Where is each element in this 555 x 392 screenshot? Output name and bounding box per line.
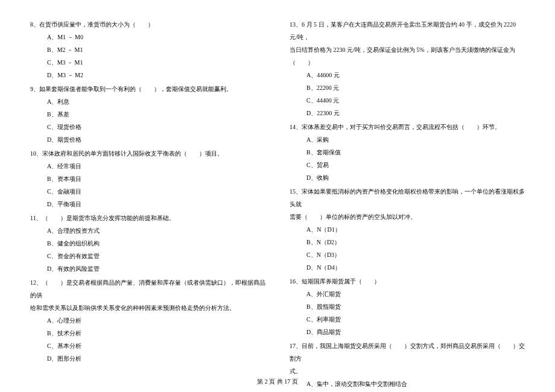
question-text-line1: 15、宋体如果要抵消标的内资产价格变化给期权价格带来的影响，一个单位的看涨期权多… — [290, 185, 525, 210]
option-d: D、22300 元 — [290, 107, 525, 119]
question-text: 10、宋体政府和居民的单方面转移计入国际收支平衡表的（ ）项目。 — [30, 147, 265, 160]
option-a: A、M1 － M0 — [30, 31, 265, 43]
option-b: B、22200 元 — [290, 81, 525, 94]
question-16: 16、短期国库券期货属于（ ） A、外汇期货 B、股指期货 C、利率期货 D、商… — [290, 275, 525, 338]
option-c: C、利率期货 — [290, 313, 525, 326]
question-text-line1: 13、6 月 5 日，某客户在大连商品交易所开仓卖出玉米期货合约 40 手，成交… — [290, 18, 525, 43]
question-text-line1: 17、目前，我国上海期货交易所采用（ ）交割方式，郑州商品交易所采用（ ）交割方 — [290, 340, 525, 365]
right-column: 13、6 月 5 日，某客户在大连商品交易所开仓卖出玉米期货合约 40 手，成交… — [290, 18, 525, 374]
option-c: C、M3 － M1 — [30, 56, 265, 69]
option-a: A、经常项目 — [30, 160, 265, 172]
option-b: B、N（D2） — [290, 236, 525, 248]
option-a: A、采购 — [290, 133, 525, 146]
option-b: B、M2 － M1 — [30, 43, 265, 56]
question-text: 8、在货币供应量中，准货币的大小为（ ） — [30, 18, 265, 31]
question-8: 8、在货币供应量中，准货币的大小为（ ） A、M1 － M0 B、M2 － M1… — [30, 18, 265, 81]
question-11: 11、（ ）是期货市场充分发挥功能的前提和基础。 A、合理的投资方式 B、健全的… — [30, 212, 265, 275]
option-d: D、商品期货 — [290, 326, 525, 338]
page-footer: 第 2 页 共 17 页 — [0, 378, 555, 386]
option-c: C、资金的有效监管 — [30, 250, 265, 262]
option-b: B、股指期货 — [290, 300, 525, 313]
option-a: A、外汇期货 — [290, 288, 525, 300]
option-a: A、44600 元 — [290, 69, 525, 81]
option-c: C、贸易 — [290, 159, 525, 171]
option-c: C、N（D3） — [290, 248, 525, 261]
option-a: A、N（D1） — [290, 223, 525, 236]
question-15: 15、宋体如果要抵消标的内资产价格变化给期权价格带来的影响，一个单位的看涨期权多… — [290, 185, 525, 274]
option-d: D、M3 － M2 — [30, 69, 265, 81]
option-d: D、平衡项目 — [30, 198, 265, 210]
option-b: B、技术分析 — [30, 327, 265, 340]
question-12: 12、（ ）是交易者根据商品的产量、消费量和库存量（或者供需缺口），即根据商品的… — [30, 276, 265, 365]
question-text: 11、（ ）是期货市场充分发挥功能的前提和基础。 — [30, 212, 265, 224]
option-b: B、套期保值 — [290, 146, 525, 159]
question-text: 14、宋体基差交易中，对于买方叫价交易而言，交易流程不包括（ ）环节。 — [290, 121, 525, 133]
option-c: C、基本分析 — [30, 340, 265, 352]
option-b: B、健全的组织机构 — [30, 237, 265, 250]
question-text-line2: 式。 — [290, 365, 525, 378]
question-13: 13、6 月 5 日，某客户在大连商品交易所开仓卖出玉米期货合约 40 手，成交… — [290, 18, 525, 119]
content-columns: 8、在货币供应量中，准货币的大小为（ ） A、M1 － M0 B、M2 － M1… — [30, 18, 525, 374]
question-text-line2: 需要（ ）单位的标的资产的空头加以对冲。 — [290, 210, 525, 223]
option-a: A、心理分析 — [30, 314, 265, 327]
question-text-line2: 当日结算价格为 2230 元/吨，交易保证金比例为 5%，则该客户当天须缴纳的保… — [290, 43, 525, 69]
option-d: D、有效的风险监管 — [30, 262, 265, 275]
question-9: 9、如果套期保值者能争取到一个有利的（ ），套期保值交易就能赢利。 A、利息 B… — [30, 83, 265, 146]
option-c: C、金融项目 — [30, 185, 265, 198]
option-a: A、利息 — [30, 95, 265, 108]
option-a: A、合理的投资方式 — [30, 224, 265, 237]
question-text-line2: 给和需求关系以及影响供求关系变化的种种因素来预测价格走势的分析方法。 — [30, 302, 265, 314]
option-d: D、期货价格 — [30, 133, 265, 146]
left-column: 8、在货币供应量中，准货币的大小为（ ） A、M1 － M0 B、M2 － M1… — [30, 18, 265, 374]
option-d: D、图形分析 — [30, 352, 265, 365]
option-b: B、资本项目 — [30, 172, 265, 185]
option-d: D、收购 — [290, 171, 525, 184]
question-14: 14、宋体基差交易中，对于买方叫价交易而言，交易流程不包括（ ）环节。 A、采购… — [290, 121, 525, 184]
option-b: B、基差 — [30, 108, 265, 121]
option-c: C、现货价格 — [30, 121, 265, 133]
option-d: D、N（D4） — [290, 261, 525, 274]
question-10: 10、宋体政府和居民的单方面转移计入国际收支平衡表的（ ）项目。 A、经常项目 … — [30, 147, 265, 210]
question-text-line1: 12、（ ）是交易者根据商品的产量、消费量和库存量（或者供需缺口），即根据商品的… — [30, 276, 265, 302]
question-text: 16、短期国库券期货属于（ ） — [290, 275, 525, 288]
question-text: 9、如果套期保值者能争取到一个有利的（ ），套期保值交易就能赢利。 — [30, 83, 265, 95]
option-c: C、44400 元 — [290, 94, 525, 107]
